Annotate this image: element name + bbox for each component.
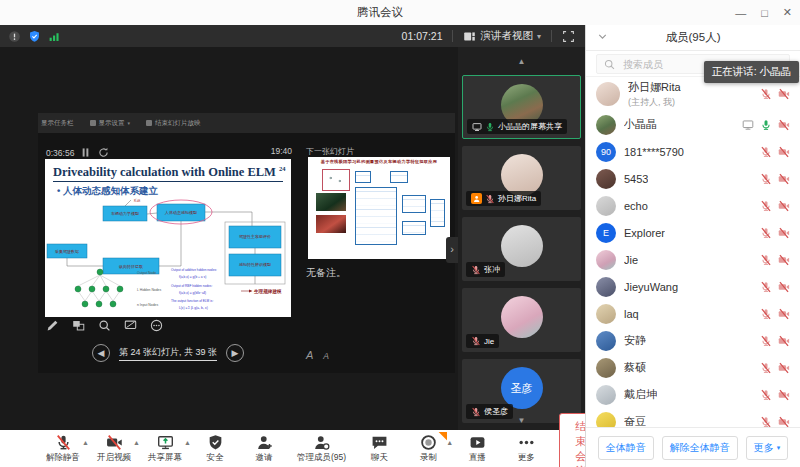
toolbar-chat[interactable]: 聊天 [363, 434, 395, 464]
mic-off-icon[interactable] [760, 362, 772, 374]
member-row[interactable]: Jie [586, 246, 800, 273]
camera-off-icon[interactable] [778, 119, 790, 131]
member-avatar [596, 196, 616, 216]
tile-name-label: 孙日娜Rita [466, 191, 541, 206]
video-tile[interactable]: 张冲 [462, 217, 581, 281]
zoom-slide-icon[interactable] [98, 319, 111, 332]
view-mode-label: 演讲者视图 [480, 29, 533, 43]
member-row[interactable]: 蔡硕 [586, 354, 800, 381]
camera-off-icon[interactable] [778, 254, 790, 266]
toolbar-shield[interactable]: 安全 [199, 434, 231, 464]
toolbar-cam-off[interactable]: ▲开启视频 [97, 434, 131, 464]
scroll-up-arrow[interactable]: ▲ [458, 56, 585, 68]
mic-off-icon[interactable] [760, 227, 772, 239]
camera-off-icon[interactable] [778, 389, 790, 401]
mic-off-icon[interactable] [760, 389, 772, 401]
camera-off-icon[interactable] [778, 227, 790, 239]
mic-off-icon[interactable] [760, 281, 772, 293]
member-row[interactable]: 90181****5790 [586, 138, 800, 165]
video-tile[interactable]: 孙日娜Rita [462, 146, 581, 210]
member-name: 安静 [624, 333, 646, 348]
font-increase-button[interactable]: A [306, 349, 313, 361]
close-button[interactable]: ✕ [783, 6, 792, 19]
member-avatar [596, 277, 616, 297]
restart-timer-icon[interactable] [97, 146, 110, 159]
member-row[interactable]: EExplorer [586, 219, 800, 246]
member-row[interactable]: JieyuWang [586, 273, 800, 300]
presenter-toolbar-item[interactable]: 显示任务栏 [41, 119, 74, 128]
slide-title: Driveability calculation with Online ELM… [53, 165, 283, 182]
member-row[interactable]: echo [586, 192, 800, 219]
font-decrease-button[interactable]: A [323, 351, 329, 361]
footer-button[interactable]: 全体静音 [598, 436, 654, 460]
mic-off-icon[interactable] [760, 173, 772, 185]
member-row[interactable]: 戴启坤 [586, 381, 800, 408]
mic-off-icon[interactable] [760, 88, 772, 100]
member-avatar: E [596, 223, 616, 243]
member-row[interactable]: 小晶晶 [586, 111, 800, 138]
video-tile[interactable]: Jie [462, 288, 581, 352]
maximize-button[interactable]: □ [761, 7, 768, 19]
more-button[interactable]: 更多▾ [746, 436, 789, 460]
toolbar-item-icon [146, 120, 152, 126]
tile-name-label: 张冲 [466, 262, 505, 277]
video-tile[interactable]: 小晶晶的屏幕共享 [462, 75, 581, 139]
pause-timer-icon[interactable] [79, 146, 92, 159]
member-role: (主持人, 我) [628, 96, 681, 109]
mic-off-icon[interactable] [760, 200, 772, 212]
mic-off-icon[interactable] [760, 335, 772, 347]
toolbar-live[interactable]: 直播 [461, 434, 493, 464]
member-row[interactable]: 安静 [586, 327, 800, 354]
caret-up-icon[interactable]: ▲ [82, 439, 89, 446]
mic-on-icon [485, 122, 495, 132]
member-name: Explorer [624, 227, 665, 239]
record-icon [420, 434, 437, 451]
camera-off-icon[interactable] [778, 335, 790, 347]
toolbar-record[interactable]: ▲录制 [412, 434, 444, 464]
caret-up-icon[interactable]: ▲ [133, 439, 140, 446]
toolbar-screen-share[interactable]: ▲共享屏幕 [148, 434, 182, 464]
next-slide-button[interactable]: ▶ [226, 344, 244, 362]
screen-share-icon [472, 122, 482, 132]
camera-off-icon[interactable] [778, 88, 790, 100]
pen-tool-icon[interactable] [46, 319, 59, 332]
mic-off-icon[interactable] [760, 146, 772, 158]
mic-off-icon[interactable] [760, 416, 772, 428]
fullscreen-icon[interactable] [562, 30, 575, 43]
shield-icon[interactable] [28, 30, 41, 43]
see-all-slides-icon[interactable] [72, 319, 85, 332]
caret-up-icon[interactable]: ▲ [184, 439, 191, 446]
mic-off-icon[interactable] [760, 308, 772, 320]
mic-on-icon[interactable] [760, 119, 772, 131]
black-screen-icon[interactable] [124, 319, 137, 332]
camera-off-icon[interactable] [778, 362, 790, 374]
member-name: 5453 [624, 173, 648, 185]
toolbar-label: 聊天 [371, 452, 388, 464]
presenter-toolbar-item[interactable]: 显示设置▾ [90, 119, 131, 128]
member-row[interactable]: laq [586, 300, 800, 327]
mic-off-icon[interactable] [760, 254, 772, 266]
info-icon[interactable] [8, 30, 21, 43]
toolbar-more[interactable]: 更多 [510, 434, 542, 464]
camera-off-icon[interactable] [778, 173, 790, 185]
camera-off-icon[interactable] [778, 281, 790, 293]
caret-up-icon[interactable]: ▲ [446, 439, 453, 446]
more-options-icon[interactable] [150, 319, 163, 332]
toolbar-invite[interactable]: 邀请 [248, 434, 280, 464]
footer-button[interactable]: 解除全体静音 [662, 436, 738, 460]
presenter-toolbar-item[interactable]: 结束幻灯片放映 [146, 119, 201, 128]
camera-off-icon[interactable] [778, 416, 790, 428]
member-row[interactable]: 奋豆 [586, 408, 800, 428]
toolbar-mic-off[interactable]: ▲解除静音 [46, 434, 80, 464]
members-panel: 成员(95人) 正在讲话: 小晶晶 孙日娜Rita(主持人, 我)小晶晶9018… [585, 25, 800, 467]
member-row[interactable]: 5453 [586, 165, 800, 192]
camera-off-icon[interactable] [778, 308, 790, 320]
minimize-button[interactable]: — [735, 7, 746, 19]
previous-slide-button[interactable]: ◀ [92, 344, 110, 362]
toolbar-members[interactable]: 管理成员(95) [297, 434, 346, 464]
next-slide-thumbnail[interactable]: 基于在线极限学习机的测量预估及车辆动力学特征提取应用 [308, 157, 450, 259]
view-mode-selector[interactable]: 演讲者视图 ▾ [463, 29, 541, 43]
camera-off-icon[interactable] [778, 200, 790, 212]
collapse-video-strip-button[interactable]: › [446, 237, 458, 263]
camera-off-icon[interactable] [778, 146, 790, 158]
